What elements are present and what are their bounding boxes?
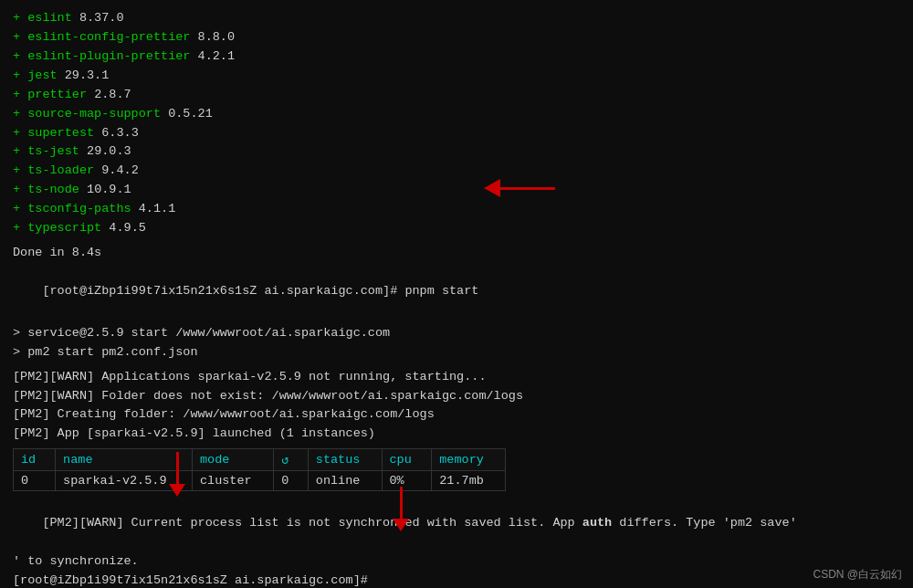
col-memory: memory	[432, 449, 506, 471]
pm2-warn-2: [PM2][WARN] Folder does not exist: /www/…	[13, 387, 900, 406]
col-mode: mode	[192, 449, 273, 471]
pkg-line-typescript: + typescript 4.9.5	[13, 219, 900, 238]
table-row: 0 sparkai-v2.5.9 cluster 0 online 0% 21.…	[14, 471, 506, 491]
pkg-line-prettier: + prettier 2.8.7	[13, 86, 900, 105]
terminal: + eslint 8.37.0 + eslint-config-prettier…	[0, 0, 913, 588]
pkg-line-jest: + jest 29.3.1	[13, 67, 900, 86]
col-cpu: cpu	[382, 449, 432, 471]
arrow-pnpm-start	[484, 179, 555, 197]
pm2-warn-1: [PM2][WARN] Applications sparkai-v2.5.9 …	[13, 368, 900, 387]
prompt-final: [root@iZbp1i99t7ix15n21x6s1sZ ai.sparkai…	[13, 572, 900, 588]
sync-warn-line1: [PM2][WARN] Current process list is not …	[13, 495, 900, 552]
pkg-line-eslint-plugin: + eslint-plugin-prettier 4.2.1	[13, 47, 900, 67]
pkg-line-eslint-config: + eslint-config-prettier 8.8.0	[13, 28, 900, 47]
service-cmd: > service@2.5.9 start /www/wwwroot/ai.sp…	[13, 324, 900, 343]
pkg-line-source-map: + source-map-support 0.5.21	[13, 105, 900, 124]
cell-mode: cluster	[192, 471, 273, 491]
pm2-launched: [PM2] App [sparkai-v2.5.9] launched (1 i…	[13, 425, 900, 444]
cell-restart: 0	[274, 471, 309, 491]
col-id: id	[14, 449, 56, 471]
pkg-line-ts-jest: + ts-jest 29.0.3	[13, 142, 900, 162]
pm2-creating: [PM2] Creating folder: /www/wwwroot/ai.s…	[13, 405, 900, 425]
cell-id: 0	[14, 471, 56, 491]
watermark: CSDN @白云如幻	[813, 567, 902, 583]
arrow-down-right	[393, 487, 409, 531]
done-line: Done in 8.4s	[13, 244, 900, 263]
sync-warn-line2: ' to synchronize.	[13, 552, 900, 572]
pkg-line-eslint: + eslint 8.37.0	[13, 9, 900, 28]
pkg-line-ts-node: + ts-node 10.9.1	[13, 181, 900, 200]
prompt-pnpm-start: [root@iZbp1i99t7ix15n21x6s1sZ ai.sparkai…	[13, 263, 900, 320]
pm2-start-cmd: > pm2 start pm2.conf.json	[13, 343, 900, 362]
pkg-line-tsconfig: + tsconfig-paths 4.1.1	[13, 200, 900, 219]
pm2-table: id name mode ↺ status cpu memory 0 spark…	[13, 448, 506, 491]
col-restart: ↺	[274, 449, 309, 471]
arrow-down-left	[169, 452, 185, 497]
pm2-table-container: id name mode ↺ status cpu memory 0 spark…	[13, 448, 900, 491]
cell-memory: 21.7mb	[432, 471, 506, 491]
col-status: status	[308, 449, 382, 471]
pkg-line-ts-loader: + ts-loader 9.4.2	[13, 162, 900, 181]
cell-status: online	[308, 471, 382, 491]
pkg-line-supertest: + supertest 6.3.3	[13, 124, 900, 143]
